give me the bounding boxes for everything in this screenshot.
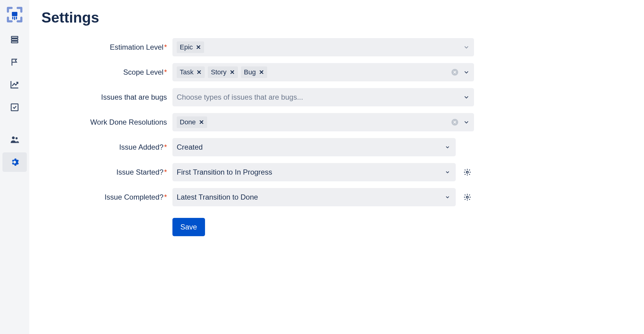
tag-epic: Epic ✕: [177, 41, 204, 53]
svg-point-6: [16, 137, 18, 139]
tag-bug: Bug ✕: [241, 66, 267, 78]
svg-rect-1: [11, 36, 18, 38]
estimation-level-select[interactable]: Epic ✕: [172, 38, 474, 56]
label-estimation-level: Estimation Level*: [41, 43, 172, 52]
remove-tag-icon[interactable]: ✕: [230, 69, 235, 75]
remove-tag-icon[interactable]: ✕: [259, 69, 264, 75]
nav-check-icon[interactable]: [2, 98, 27, 117]
sidebar: [0, 0, 29, 334]
chevron-down-icon[interactable]: [463, 94, 470, 101]
clear-all-icon[interactable]: ✕: [451, 69, 458, 76]
label-scope-level: Scope Level*: [41, 68, 172, 76]
tag-done: Done ✕: [177, 116, 207, 128]
main-content: Settings Estimation Level* Epic ✕: [29, 0, 644, 334]
svg-rect-3: [11, 41, 18, 43]
tag-task: Task ✕: [177, 66, 205, 78]
app-logo: [2, 2, 27, 27]
issues-bugs-select[interactable]: Choose types of issues that are bugs...: [172, 88, 474, 106]
remove-tag-icon[interactable]: ✕: [196, 69, 202, 75]
gear-icon[interactable]: [461, 193, 474, 201]
chevron-down-icon[interactable]: [445, 144, 450, 150]
svg-point-8: [466, 196, 469, 198]
nav-settings-icon[interactable]: [2, 152, 27, 172]
svg-rect-0: [12, 12, 17, 16]
label-issues-bugs: Issues that are bugs: [41, 93, 172, 101]
clear-all-icon[interactable]: ✕: [451, 119, 458, 126]
svg-rect-4: [11, 104, 18, 111]
work-done-select[interactable]: Done ✕ ✕: [172, 113, 474, 131]
chevron-down-icon[interactable]: [463, 119, 470, 126]
gear-icon[interactable]: [461, 168, 474, 176]
chevron-down-icon[interactable]: [445, 169, 450, 175]
nav-stack-icon[interactable]: [2, 30, 27, 49]
nav-chart-icon[interactable]: [2, 75, 27, 94]
page-title: Settings: [41, 9, 632, 26]
label-work-done: Work Done Resolutions: [41, 118, 172, 126]
label-issue-added: Issue Added?*: [41, 143, 172, 151]
remove-tag-icon[interactable]: ✕: [196, 44, 201, 50]
issue-added-select[interactable]: Created: [172, 138, 456, 156]
label-issue-started: Issue Started?*: [41, 168, 172, 176]
remove-tag-icon[interactable]: ✕: [199, 119, 204, 125]
save-button[interactable]: Save: [172, 218, 205, 236]
svg-rect-2: [11, 39, 18, 40]
svg-point-7: [466, 171, 469, 173]
issues-bugs-placeholder: Choose types of issues that are bugs...: [177, 93, 303, 101]
nav-flag-icon[interactable]: [2, 52, 27, 72]
nav-users-icon[interactable]: [2, 130, 27, 149]
settings-form: Estimation Level* Epic ✕: [41, 38, 474, 236]
chevron-down-icon[interactable]: [445, 194, 450, 200]
issue-completed-select[interactable]: Latest Transition to Done: [172, 188, 456, 206]
issue-started-select[interactable]: First Transition to In Progress: [172, 163, 456, 181]
chevron-down-icon[interactable]: [463, 69, 470, 76]
tag-story: Story ✕: [208, 66, 238, 78]
chevron-down-icon[interactable]: [463, 44, 470, 51]
svg-point-5: [12, 137, 15, 139]
label-issue-completed: Issue Completed?*: [41, 193, 172, 201]
scope-level-select[interactable]: Task ✕ Story ✕ Bug ✕: [172, 63, 474, 81]
